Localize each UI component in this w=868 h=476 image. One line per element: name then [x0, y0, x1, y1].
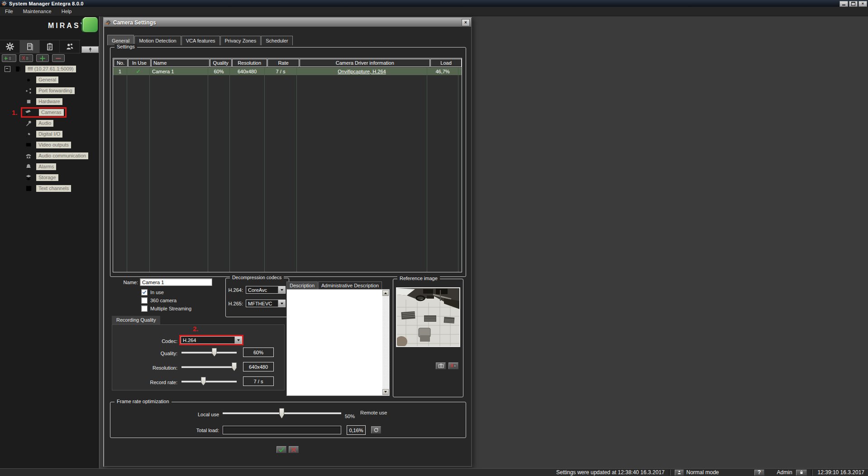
slider-thumb[interactable]	[212, 348, 217, 357]
camera-table-header: No. In Use Name Quality Resolution Rate …	[113, 58, 462, 67]
phone-icon	[24, 153, 33, 159]
cell-name: Camera 1	[150, 67, 208, 75]
dropdown-button[interactable]	[278, 300, 285, 307]
close-icon: ×	[862, 2, 864, 6]
sidebar-item-audio[interactable]: Audio	[0, 119, 100, 127]
h265-codec-dropdown[interactable]: MFTHEVC	[246, 300, 286, 307]
remove-server-button[interactable]	[19, 54, 33, 62]
slider-thumb[interactable]	[279, 408, 284, 419]
column-header-rate[interactable]: Rate	[267, 59, 300, 67]
sidebar-item-alarms[interactable]: Alarms	[0, 163, 100, 171]
capture-reference-button[interactable]	[436, 362, 446, 369]
sidebar-item-storage[interactable]: Storage	[0, 174, 100, 181]
checkbox-360-camera[interactable]: 360 camera	[141, 297, 176, 304]
close-button[interactable]: ×	[858, 1, 867, 7]
remove-item-button[interactable]	[52, 54, 65, 62]
reference-image-group: Reference image	[393, 279, 463, 397]
tab-recording-quality[interactable]: Recording Quality	[112, 316, 160, 324]
mode-button[interactable]	[675, 470, 684, 476]
tab-motion-detection[interactable]: Motion Detection	[134, 36, 181, 45]
app-gear-icon	[2, 1, 7, 6]
tab-administrative-description[interactable]: Administrative Description	[318, 281, 382, 290]
slider-thumb[interactable]	[201, 377, 206, 386]
framerate-group: Frame rate optimization Local use 50% Re…	[110, 402, 466, 438]
sidebar-item-general[interactable]: General	[0, 76, 100, 84]
resolution-label: Resolution:	[132, 365, 177, 371]
sidebar-item-port-forwarding[interactable]: Port forwarding	[0, 87, 100, 95]
dropdown-button[interactable]	[234, 337, 242, 343]
tree-root-server[interactable]: ffff (10.27.61.1:5009)	[0, 65, 100, 73]
menu-maintenance[interactable]: Maintenance	[18, 9, 57, 14]
cancel-button[interactable]	[289, 446, 299, 453]
column-header-resolution[interactable]: Resolution	[232, 59, 267, 67]
column-header-driver[interactable]: Camera Driver information	[300, 59, 430, 67]
description-textarea[interactable]	[286, 289, 390, 396]
maximize-button[interactable]	[849, 1, 858, 7]
resolution-slider[interactable]	[181, 362, 237, 371]
column-header-in-use[interactable]: In Use	[128, 59, 151, 67]
column-header-no[interactable]: No.	[114, 59, 128, 67]
tab-vca-features[interactable]: VCA features	[181, 36, 220, 45]
tab-privacy-zones[interactable]: Privacy Zones	[220, 36, 261, 45]
monitor-icon	[24, 142, 33, 148]
h265-label: H.265:	[228, 301, 243, 306]
checkbox-multiple-streaming[interactable]: Multiple Streaming	[141, 305, 191, 312]
tab-scheduler[interactable]: Scheduler	[261, 36, 293, 45]
dropdown-button[interactable]	[278, 286, 285, 293]
description-scrollbar[interactable]	[382, 290, 389, 395]
checkbox-in-use[interactable]: In use	[141, 289, 164, 295]
ok-button[interactable]	[277, 446, 286, 453]
collapse-icon[interactable]	[5, 66, 10, 72]
tab-description[interactable]: Description	[286, 281, 318, 290]
scroll-up-button[interactable]	[382, 290, 389, 296]
toolbar-users-button[interactable]	[60, 40, 80, 53]
delete-reference-button[interactable]	[448, 362, 458, 369]
sidebar-item-digital-io[interactable]: Digital I/O	[0, 130, 100, 138]
app-titlebar: System Manager Entegra 8.0.0 ×	[0, 0, 868, 7]
dialog-titlebar[interactable]: Camera Settings	[104, 18, 471, 27]
connection-button[interactable]	[81, 46, 99, 53]
local-use-slider[interactable]	[223, 408, 341, 419]
lock-button[interactable]	[796, 470, 807, 476]
framerate-group-label: Frame rate optimization	[114, 399, 172, 404]
scroll-down-button[interactable]	[382, 389, 389, 395]
slider-thumb[interactable]	[232, 362, 237, 371]
toolbar-profiles-button[interactable]	[40, 40, 60, 53]
sidebar-item-label: Digital I/O	[36, 131, 62, 138]
menu-file[interactable]: File	[0, 9, 18, 14]
camera-row-selected[interactable]: 1 ✓ Camera 1 60% 640x480 7 / s Onvifipca…	[113, 67, 462, 75]
remote-use-label: Remote use	[360, 410, 387, 415]
column-header-name[interactable]: Name	[151, 59, 210, 67]
mode-label: Normal mode	[687, 469, 719, 476]
h264-codec-value: CoreAvc	[246, 287, 278, 293]
h264-codec-dropdown[interactable]: CoreAvc	[246, 286, 286, 294]
cell-driver-link[interactable]: Onvifipcapture, H.264	[297, 67, 427, 75]
sidebar-item-audio-communication[interactable]: Audio communication	[0, 152, 100, 160]
minimize-button[interactable]	[839, 1, 848, 7]
add-server-button[interactable]	[2, 54, 16, 62]
column-header-load[interactable]: Load	[430, 59, 462, 67]
arrow-up-icon	[384, 291, 387, 294]
plus-icon	[39, 56, 46, 61]
camera-name-input[interactable]	[140, 278, 212, 286]
share-icon	[24, 88, 33, 94]
dialog-close-button[interactable]: ×	[462, 19, 470, 26]
record-rate-value: 7 / s	[243, 376, 274, 386]
menu-help[interactable]: Help	[57, 9, 77, 14]
column-header-quality[interactable]: Quality	[210, 59, 232, 67]
refresh-button[interactable]	[371, 426, 381, 433]
record-rate-slider[interactable]	[181, 377, 237, 386]
quality-value: 60%	[243, 347, 274, 357]
toolbar-system-settings-button[interactable]	[0, 40, 20, 53]
toolbar-system-manager-button[interactable]	[20, 40, 40, 53]
sidebar-item-video-outputs[interactable]: Video outputs	[0, 141, 100, 149]
codec-dropdown[interactable]: H.264	[181, 336, 242, 344]
sidebar-item-cameras[interactable]: 1. Cameras	[0, 109, 100, 116]
server-icon	[26, 43, 34, 51]
help-button[interactable]: ?	[754, 470, 764, 476]
quality-slider[interactable]	[181, 348, 237, 357]
add-item-button[interactable]	[36, 54, 49, 62]
sidebar-item-hardware[interactable]: Hardware	[0, 98, 100, 105]
system-tree: ffff (10.27.61.1:5009) General Port forw…	[0, 65, 100, 195]
sidebar-item-text-channels[interactable]: Text channels	[0, 185, 100, 192]
